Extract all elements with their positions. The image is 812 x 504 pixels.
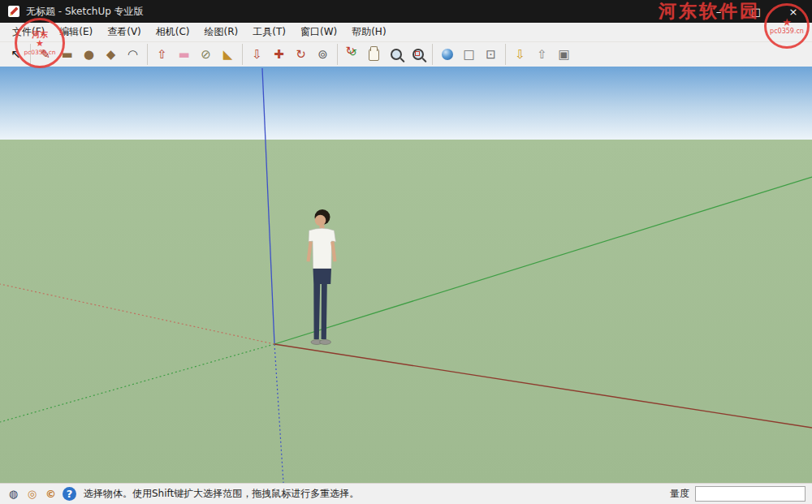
zoom-tool-icon[interactable] xyxy=(385,44,407,65)
attribution-icon[interactable]: ◎ xyxy=(25,487,39,501)
close-button[interactable]: × xyxy=(775,0,812,23)
title-bar: 无标题 - SketchUp 专业版 – □ × xyxy=(0,0,812,23)
window-title: 无标题 - SketchUp 专业版 xyxy=(26,5,144,19)
status-hint: 选择物体。使用Shift键扩大选择范围，拖拽鼠标进行多重选择。 xyxy=(84,487,359,501)
menu-item-0[interactable]: 文件(F) xyxy=(5,23,52,41)
sketchup-app-icon xyxy=(7,5,20,18)
menu-item-1[interactable]: 编辑(E) xyxy=(52,23,100,41)
status-icons: ◍◎©? xyxy=(6,487,76,501)
geolocation-icon[interactable]: ◍ xyxy=(6,487,20,501)
orbit-tool-icon[interactable] xyxy=(341,44,363,65)
menu-item-3[interactable]: 相机(C) xyxy=(149,23,197,41)
previous-view-icon[interactable] xyxy=(436,44,458,65)
zoom-extents-tool-icon[interactable] xyxy=(407,44,429,65)
help-icon[interactable]: ? xyxy=(63,487,76,501)
pan-tool-icon[interactable] xyxy=(363,44,385,65)
main-toolbar: ↖✎▬●◆◠⇧▬⊘◣⇩✚↻⊚□⊡⇩⇧▣ xyxy=(0,42,812,67)
measurement-label: 量度 xyxy=(670,487,689,501)
viewport-3d[interactable] xyxy=(0,67,812,483)
menu-item-2[interactable]: 查看(V) xyxy=(100,23,149,41)
paint-bucket-tool-icon[interactable]: ◣ xyxy=(217,44,239,65)
rotate-tool-icon[interactable]: ↻ xyxy=(290,44,312,65)
followme-tool-icon[interactable]: ⇩ xyxy=(246,44,268,65)
offset-tool-icon[interactable]: ⊚ xyxy=(312,44,334,65)
move-tool-icon[interactable]: ✚ xyxy=(268,44,290,65)
maximize-button[interactable]: □ xyxy=(737,0,775,23)
sky xyxy=(0,67,812,140)
menu-item-6[interactable]: 窗口(W) xyxy=(293,23,344,41)
copyright-icon[interactable]: © xyxy=(44,487,58,501)
get-models-icon[interactable]: ⇩ xyxy=(509,44,531,65)
measurement-box: 量度 xyxy=(670,486,806,502)
status-bar: ◍◎©? 选择物体。使用Shift键扩大选择范围，拖拽鼠标进行多重选择。 量度 xyxy=(0,483,812,504)
measurement-input[interactable] xyxy=(695,486,806,502)
menu-item-4[interactable]: 绘图(R) xyxy=(197,23,246,41)
pushpull-tool-icon[interactable]: ⇧ xyxy=(151,44,173,65)
arc-tool-icon[interactable]: ◠ xyxy=(122,44,144,65)
rectangle-tool-icon[interactable]: ▬ xyxy=(56,44,78,65)
menu-item-7[interactable]: 帮助(H) xyxy=(344,23,393,41)
share-model-icon[interactable]: ⇧ xyxy=(531,44,553,65)
window-controls: – □ × xyxy=(700,0,812,23)
components-icon[interactable]: ▣ xyxy=(553,44,575,65)
select-tool-icon[interactable]: ↖ xyxy=(5,44,27,65)
minimize-button[interactable]: – xyxy=(700,0,737,23)
polygon-tool-icon[interactable]: ◆ xyxy=(100,44,122,65)
ground xyxy=(0,140,812,483)
menu-item-5[interactable]: 工具(T) xyxy=(245,23,293,41)
line-tool-icon[interactable]: ✎ xyxy=(34,44,56,65)
walk-tool-icon[interactable]: ⊡ xyxy=(480,44,502,65)
tape-measure-tool-icon[interactable]: ⊘ xyxy=(195,44,217,65)
circle-tool-icon[interactable]: ● xyxy=(78,44,100,65)
eraser-tool-icon[interactable]: ▬ xyxy=(173,44,195,65)
menu-bar: 文件(F)编辑(E)查看(V)相机(C)绘图(R)工具(T)窗口(W)帮助(H) xyxy=(0,23,812,42)
position-camera-icon[interactable]: □ xyxy=(458,44,480,65)
